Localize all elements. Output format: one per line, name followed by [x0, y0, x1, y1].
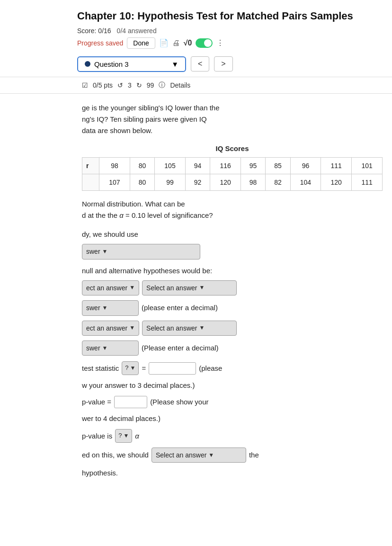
h1-value-arrow: ▼	[102, 344, 108, 353]
h0-relation-arrow: ▼	[129, 283, 135, 292]
question-selector[interactable]: Question 3 ▼	[77, 56, 186, 72]
retry-count: 3	[128, 81, 132, 89]
hypothesis-end-row: hypothesis.	[82, 467, 383, 479]
hypotheses-label: null and alternative hypotheses would be…	[82, 265, 383, 277]
conclusion-the: the	[249, 449, 259, 461]
study-text: dy, we should use	[82, 230, 138, 238]
row1-val-1: 98	[99, 157, 130, 174]
pvalue-compare-select[interactable]: ? ▼	[115, 429, 132, 443]
prev-button[interactable]: <	[191, 56, 209, 72]
test-stat-input[interactable]	[149, 362, 196, 375]
row1-label: r	[82, 157, 99, 174]
row2-val-3: 99	[155, 174, 186, 190]
iq-table: r 98 80 105 94 116 95 85 96 111 101 107 …	[82, 157, 383, 191]
row1-val-3: 105	[155, 157, 186, 174]
h1-value-label: swer	[86, 343, 100, 353]
intro-line3: data are shown below.	[82, 126, 152, 134]
test-stat-type-arrow: ▼	[130, 364, 136, 373]
test-stat-note-row: w your answer to 3 decimal places.)	[82, 380, 383, 391]
row1-val-7: 85	[266, 157, 290, 174]
study-dropdown-row: swer ▼	[82, 244, 383, 259]
test-stat-note: w your answer to 3 decimal places.)	[82, 380, 195, 391]
attempts-count: 99	[147, 81, 154, 89]
document-icon[interactable]: 📄	[159, 38, 169, 47]
alpha-symbol: α	[135, 430, 139, 442]
h1-answer-label: Select an answer	[146, 323, 197, 333]
pvalue-note: (Please show your	[150, 396, 208, 408]
row2-val-4: 92	[185, 174, 210, 190]
h1-decimal-note: (Please enter a decimal)	[142, 342, 219, 354]
question-dot	[85, 61, 90, 67]
pvalue-compare-arrow: ▼	[123, 431, 129, 440]
h0-value-select[interactable]: swer ▼	[82, 300, 139, 315]
page-header: Chapter 10: Hypothesis Test for Matched …	[0, 0, 392, 49]
h1-answer-arrow: ▼	[199, 323, 205, 332]
intro-line2: ng's IQ? Ten sibling pairs were given IQ	[82, 115, 207, 123]
please-3dec-label: (please	[199, 363, 222, 374]
row1-val-5: 116	[210, 157, 241, 174]
h0-relation-select[interactable]: ect an answer ▼	[82, 280, 139, 295]
hypotheses-text: null and alternative hypotheses would be…	[82, 267, 212, 275]
study-select-label: swer	[86, 246, 100, 257]
question-label: Question 3	[94, 60, 129, 68]
row2-val-7: 82	[266, 174, 290, 190]
h0-value-label: swer	[86, 303, 100, 313]
h1-relation-select[interactable]: ect an answer ▼	[82, 321, 139, 336]
toolbar-row: Progress saved Done 📄 🖨 √0 ⋮	[77, 37, 383, 49]
h0-value-arrow: ▼	[102, 304, 108, 313]
checkbox-icon: ☑	[82, 81, 88, 89]
row1-val-2: 80	[130, 157, 154, 174]
row2-val-10: 111	[352, 174, 383, 190]
test-stat-type-label: ?	[125, 363, 128, 373]
pvalue-label: p-value =	[82, 396, 111, 408]
done-button[interactable]: Done	[127, 37, 155, 49]
row1-val-9: 111	[321, 157, 352, 174]
study-select[interactable]: swer ▼	[82, 244, 200, 259]
conclusion-select[interactable]: Select an answer ▼	[151, 448, 246, 463]
row2-val-6: 98	[241, 174, 265, 190]
test-stat-type-select[interactable]: ? ▼	[122, 361, 139, 375]
retry-icon: ↺	[117, 81, 123, 89]
hypothesis-end-text: hypothesis.	[82, 467, 118, 479]
h0-answer-arrow: ▼	[199, 283, 205, 292]
row1-val-4: 94	[185, 157, 210, 174]
h0-row: ect an answer ▼ Select an answer ▼	[82, 280, 383, 295]
test-stat-label: test statistic	[82, 363, 119, 374]
score-label: Score: 0/16	[77, 27, 111, 35]
h1-answer-select[interactable]: Select an answer ▼	[142, 321, 237, 336]
sqrt-icon: √0	[184, 39, 192, 47]
content-area: ge is the younger sibling's IQ lower tha…	[0, 94, 392, 493]
assumption-line1: Normal distribution. What can be	[82, 200, 185, 208]
h1-row: ect an answer ▼ Select an answer ▼	[82, 321, 383, 336]
row2-val-8: 104	[290, 174, 321, 190]
row2-val-5: 120	[210, 174, 241, 190]
h0-answer-select[interactable]: Select an answer ▼	[142, 280, 237, 295]
test-stat-row: test statistic ? ▼ = (please	[82, 361, 383, 375]
toggle-switch[interactable]	[196, 38, 213, 48]
pts-label: 0/5 pts	[93, 81, 113, 89]
conclusion-select-arrow: ▼	[208, 451, 214, 460]
intro-line1: ge is the younger sibling's IQ lower tha…	[82, 104, 220, 112]
print-icon[interactable]: 🖨	[172, 39, 180, 47]
progress-saved-label: Progress saved	[77, 39, 123, 47]
more-icon[interactable]: ⋮	[216, 38, 224, 47]
pvalue-note-row: wer to 4 decimal places.)	[82, 413, 383, 424]
h1-relation-label: ect an answer	[86, 323, 127, 333]
conclusion-prefix: ed on this, we should	[82, 449, 149, 461]
assumption-text: Normal distribution. What can be d at th…	[82, 198, 383, 221]
equals-label: =	[142, 363, 146, 374]
row2-val-1: 107	[99, 174, 130, 190]
h0-relation-label: ect an answer	[86, 283, 127, 293]
pts-row: ☑ 0/5 pts ↺ 3 ↻ 99 ⓘ Details	[0, 77, 392, 94]
h1-value-row: swer ▼ (Please enter a decimal)	[82, 340, 383, 356]
table-title: IQ Scores	[82, 143, 383, 154]
assumption-line2: d at the the α = 0.10 level of significa…	[82, 211, 213, 219]
attempts-icon: ↻	[136, 81, 142, 89]
table-row-1: r 98 80 105 94 116 95 85 96 111 101	[82, 157, 383, 174]
row1-val-10: 101	[352, 157, 383, 174]
h0-answer-label: Select an answer	[146, 283, 197, 293]
next-button[interactable]: >	[214, 56, 232, 72]
h1-value-select[interactable]: swer ▼	[82, 340, 139, 356]
pvalue-input[interactable]	[114, 396, 147, 408]
pvalue-compare-label: p-value is	[82, 430, 112, 442]
